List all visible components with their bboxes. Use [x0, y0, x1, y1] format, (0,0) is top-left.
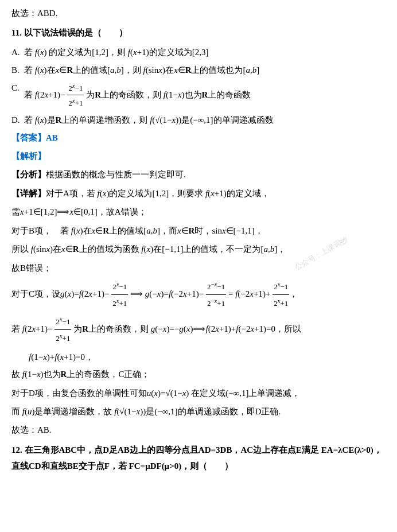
detail-line-6: 对于C项，设g(x)=f(2x+1)− 2x−1 2x+1 ⟹ g(−x)=f(… [11, 278, 386, 311]
option-d: D. 若 f(x)是R上的单调递增函数，则 f(√(1−x))是(−∞,1]的单… [11, 112, 386, 128]
detail-line-3: 对于B项， 若 f(x)在x∈R上的值域[a,b]，而x∈R时，sinx∈[−1… [11, 223, 386, 239]
option-c: C. 若 f(2x+1)− 2x−1 2x+1 为R上的奇函数，则 f(1−x)… [11, 80, 386, 110]
analysis-label: 【分析】 [11, 170, 46, 179]
detail-line-10: 对于D项，由复合函数的单调性可知u(x)=√(1−x) 在定义域(−∞,1]上单… [11, 385, 386, 402]
option-a-label: A. [11, 45, 24, 60]
detail-line-11: 而 f(u)是单调递增函数，故 f(√(1−x))是(−∞,1]的单调递减函数，… [11, 403, 386, 420]
detail-label-text: 【详解】对于A项，若 f(x)的定义域为[1,2]，则要求 f(x+1)的定义域… [11, 185, 386, 202]
option-a-text: 若 f(x) 的定义域为[1,2]，则 f(x+1)的定义域为[2,3] [24, 45, 208, 60]
option-a: A. 若 f(x) 的定义域为[1,2]，则 f(x+1)的定义域为[2,3] [11, 45, 386, 60]
detail-line-2: 需x+1∈[1,2]⟹x∈[0,1]，故A错误； [11, 204, 386, 220]
option-b-text: 若 f(x)在x∈R上的值域[a,b]，则 f(sinx)在x∈R上的值域也为[… [24, 63, 259, 78]
option-b-label: B. [11, 63, 24, 78]
analysis-label-text: 【分析】根据函数的概念与性质一一判定即可. [11, 166, 386, 183]
content-area: 故选：ABD. 11. 以下说法错误的是（ ） A. 若 f(x) 的定义域为[… [11, 6, 386, 475]
answer-tag: 【答案】AB [11, 130, 386, 146]
q11-title: 11. 以下说法错误的是（ ） [11, 25, 386, 41]
option-c-text: 若 f(2x+1)− 2x−1 2x+1 为R上的奇函数，则 f(1−x)也为R… [24, 80, 251, 110]
q12-title: 12. 在三角形ABC中，点D足AB边上的四等分点且AD=3DB，AC边上存在点… [11, 442, 386, 475]
q11-final-answer: 故选：AB. [11, 422, 386, 438]
detail-line-5: 故B错误； [11, 260, 386, 277]
option-c-label: C. [11, 80, 24, 96]
detail-line-4: 所以 f(sinx)在x∈R上的值域为函数 f(x)在[−1,1]上的值域，不一… [11, 241, 386, 258]
option-d-text: 若 f(x)是R上的单调递增函数，则 f(√(1−x))是(−∞,1]的单调递减… [24, 112, 274, 128]
detail-line-8: f(1−x)+f(x+1)=0， [11, 349, 386, 366]
option-d-label: D. [11, 112, 24, 128]
analysis-tag: 【解析】 [11, 149, 386, 165]
option-b: B. 若 f(x)在x∈R上的值域[a,b]，则 f(sinx)在x∈R上的值域… [11, 63, 386, 78]
detail-line-9: 故 f(1−x)也为R上的奇函数，C正确； [11, 366, 386, 383]
detail-label: 【详解】 [11, 189, 46, 198]
detail-line-7: 若 f(2x+1)− 2x−1 2x+1 为R上的奇函数，则 g(−x)=−g(… [11, 313, 386, 346]
prev-answer: 故选：ABD. [11, 6, 386, 22]
